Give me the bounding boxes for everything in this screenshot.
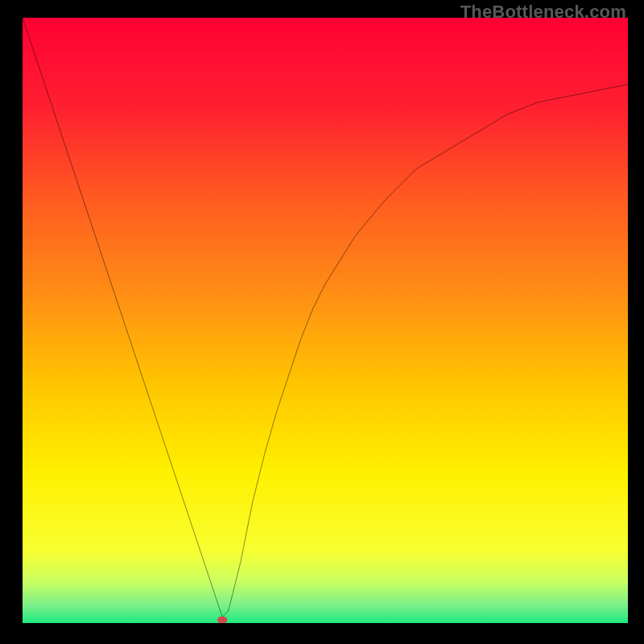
- chart-container: TheBottleneck.com: [0, 0, 644, 644]
- curve-layer: [23, 18, 628, 623]
- gradient-background: [23, 18, 628, 623]
- plot-frame: [23, 18, 628, 623]
- minimum-marker: [217, 617, 227, 623]
- bottleneck-curve: [23, 18, 628, 617]
- plot-area: [23, 18, 628, 623]
